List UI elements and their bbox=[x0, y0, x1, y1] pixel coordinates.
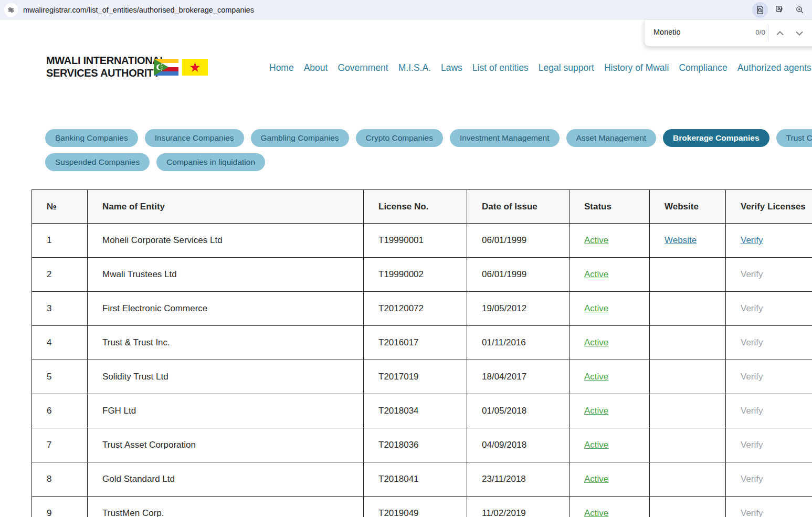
table-row: 9TrustMen Corp.T201904911/02/2019ActiveV… bbox=[32, 497, 812, 517]
status-link[interactable]: Active bbox=[584, 474, 608, 484]
status-link[interactable]: Active bbox=[584, 508, 608, 517]
translate-icon[interactable] bbox=[772, 2, 788, 18]
nav-item-laws[interactable]: Laws bbox=[441, 62, 462, 73]
filter-pill-investment-management[interactable]: Investment Management bbox=[450, 129, 560, 147]
cell-website: Website bbox=[650, 224, 726, 258]
nav-item-about[interactable]: About bbox=[304, 62, 328, 73]
status-link[interactable]: Active bbox=[584, 372, 608, 382]
status-link[interactable]: Active bbox=[584, 406, 608, 416]
cell-website bbox=[650, 497, 726, 517]
cell-verify: Verify bbox=[726, 360, 812, 394]
nav-item-m-i-s-a[interactable]: M.I.S.A. bbox=[398, 62, 431, 73]
entity-filters: Banking CompaniesInsurance CompaniesGamb… bbox=[45, 129, 811, 177]
column-header-: № bbox=[32, 190, 88, 224]
cell-status: Active bbox=[570, 258, 650, 292]
status-link[interactable]: Active bbox=[584, 303, 608, 313]
cell-date-of-issue: 19/05/2012 bbox=[467, 292, 570, 326]
nav-item-legal-support[interactable]: Legal support bbox=[539, 62, 594, 73]
cell-entity-name: FGH Ltd bbox=[88, 394, 364, 428]
cell-entity-name: Trust & Trust Inc. bbox=[88, 326, 364, 360]
status-link[interactable]: Active bbox=[584, 235, 608, 245]
filter-pill-suspended-companies[interactable]: Suspended Companies bbox=[45, 153, 150, 171]
cell-entity-name: Moheli Corporate Services Ltd bbox=[88, 224, 364, 258]
entities-table: №Name of EntityLicense No.Date of IssueS… bbox=[31, 189, 812, 517]
cell-status: Active bbox=[570, 360, 650, 394]
cell-status: Active bbox=[570, 497, 650, 517]
verify-label-disabled: Verify bbox=[741, 372, 763, 382]
find-next-button[interactable] bbox=[793, 27, 806, 39]
zoom-icon[interactable] bbox=[792, 2, 808, 18]
cell-number: 4 bbox=[32, 326, 88, 360]
column-header-license-no: License No. bbox=[364, 190, 467, 224]
column-header-name-of-entity: Name of Entity bbox=[88, 190, 364, 224]
find-in-page-icon[interactable] bbox=[752, 2, 768, 18]
table-row: 5Solidity Trust LtdT201701918/04/2017Act… bbox=[32, 360, 812, 394]
verify-label-disabled: Verify bbox=[741, 474, 763, 484]
cell-date-of-issue: 18/04/2017 bbox=[467, 360, 570, 394]
main-nav: HomeAboutGovernmentM.I.S.A.LawsList of e… bbox=[269, 62, 812, 73]
nav-item-government[interactable]: Government bbox=[338, 62, 388, 73]
cell-status: Active bbox=[570, 292, 650, 326]
table-header-row: №Name of EntityLicense No.Date of IssueS… bbox=[32, 190, 812, 224]
cell-verify: Verify bbox=[726, 258, 812, 292]
cell-entity-name: Solidity Trust Ltd bbox=[88, 360, 364, 394]
cell-entity-name: First Electronic Commerce bbox=[88, 292, 364, 326]
status-link[interactable]: Active bbox=[584, 269, 608, 279]
url-text[interactable]: mwaliregistrar.com/list_of_entities/auth… bbox=[23, 6, 254, 14]
cell-number: 7 bbox=[32, 428, 88, 462]
filter-row-1: Banking CompaniesInsurance CompaniesGamb… bbox=[45, 129, 811, 147]
table-row: 7Trust Asset CorporationT201803604/09/20… bbox=[32, 428, 812, 462]
filter-pill-insurance-companies[interactable]: Insurance Companies bbox=[145, 129, 244, 147]
table-row: 2Mwali Trustees LtdT1999000206/01/1999Ac… bbox=[32, 258, 812, 292]
filter-pill-gambling-companies[interactable]: Gambling Companies bbox=[251, 129, 349, 147]
table-row: 6FGH LtdT201803401/05/2018ActiveVerify bbox=[32, 394, 812, 428]
filter-pill-trust-companies[interactable]: Trust Companies bbox=[776, 129, 812, 147]
cell-verify: Verify bbox=[726, 292, 812, 326]
cell-license-no: T20120072 bbox=[364, 292, 467, 326]
cell-status: Active bbox=[570, 428, 650, 462]
nav-item-home[interactable]: Home bbox=[269, 62, 294, 73]
verify-link[interactable]: Verify bbox=[741, 235, 763, 245]
cell-number: 2 bbox=[32, 258, 88, 292]
nav-item-authorized-agents[interactable]: Authorized agents bbox=[737, 62, 811, 73]
cell-number: 5 bbox=[32, 360, 88, 394]
cell-license-no: T2019049 bbox=[364, 497, 467, 517]
cell-website bbox=[650, 326, 726, 360]
cell-license-no: T19990002 bbox=[364, 258, 467, 292]
table-row: 1Moheli Corporate Services LtdT199900010… bbox=[32, 224, 812, 258]
nav-item-compliance[interactable]: Compliance bbox=[679, 62, 727, 73]
column-header-website: Website bbox=[650, 190, 726, 224]
status-link[interactable]: Active bbox=[584, 440, 608, 450]
website-link[interactable]: Website bbox=[665, 235, 697, 245]
logo-line1: MWALI INTERNATIONAL bbox=[46, 54, 166, 67]
filter-pill-crypto-companies[interactable]: Crypto Companies bbox=[356, 129, 443, 147]
nav-item-history-of-mwali[interactable]: History of Mwali bbox=[604, 62, 669, 73]
site-info-icon[interactable] bbox=[4, 3, 18, 17]
verify-label-disabled: Verify bbox=[741, 440, 763, 450]
find-in-page-panel: Monetio 0/0 bbox=[644, 20, 812, 47]
cell-date-of-issue: 04/09/2018 bbox=[467, 428, 570, 462]
cell-number: 8 bbox=[32, 462, 88, 497]
find-input[interactable]: Monetio bbox=[653, 28, 681, 36]
logo-line2: SERVICES AUTHORITY bbox=[46, 67, 166, 79]
browser-action-icons bbox=[752, 0, 808, 20]
filter-pill-companies-in-liquidation[interactable]: Companies in liquidation bbox=[156, 153, 265, 171]
cell-website bbox=[650, 428, 726, 462]
verify-label-disabled: Verify bbox=[741, 303, 763, 313]
cell-license-no: T2018034 bbox=[364, 394, 467, 428]
cell-website bbox=[650, 394, 726, 428]
nav-item-list-of-entities[interactable]: List of entities bbox=[472, 62, 529, 73]
cell-date-of-issue: 06/01/1999 bbox=[467, 258, 570, 292]
cell-verify: Verify bbox=[726, 462, 812, 497]
browser-url-bar: mwaliregistrar.com/list_of_entities/auth… bbox=[0, 0, 812, 20]
filter-pill-banking-companies[interactable]: Banking Companies bbox=[45, 129, 138, 147]
filter-pill-brokerage-companies[interactable]: Brokerage Companies bbox=[663, 129, 769, 147]
cell-license-no: T2016017 bbox=[364, 326, 467, 360]
status-link[interactable]: Active bbox=[584, 337, 608, 347]
column-header-date-of-issue: Date of Issue bbox=[467, 190, 570, 224]
find-previous-button[interactable] bbox=[774, 27, 786, 39]
filter-pill-asset-management[interactable]: Asset Management bbox=[566, 129, 657, 147]
cell-number: 9 bbox=[32, 497, 88, 517]
cell-website bbox=[650, 462, 726, 497]
cell-date-of-issue: 11/02/2019 bbox=[467, 497, 570, 517]
